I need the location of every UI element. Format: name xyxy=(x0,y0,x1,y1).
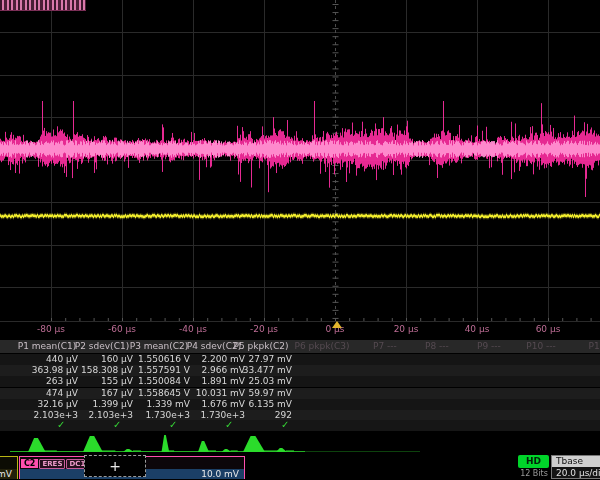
time-axis-label: -100 µs xyxy=(0,324,4,334)
add-trace-button[interactable]: + xyxy=(84,455,146,477)
measurement-row: 32.16 µV1.399 µV1.339 mV1.676 mV6.135 mV xyxy=(0,399,600,411)
timebase-title: Tbase xyxy=(552,456,600,467)
time-axis-label: 40 µs xyxy=(447,324,507,334)
c1-scale-value: 10.0 mV xyxy=(0,469,17,479)
time-axis-label: 60 µs xyxy=(518,324,578,334)
histogram-trace[interactable] xyxy=(0,428,600,456)
measurement-row: 474 µV167 µV1.558645 V10.031 mV59.97 mV xyxy=(0,388,600,400)
time-axis-label: -80 µs xyxy=(21,324,81,334)
measurement-value: 33.477 mV xyxy=(218,365,292,376)
measurement-value: 59.97 mV xyxy=(218,388,292,399)
measurement-row: 363.98 µV158.308 µV1.557591 V2.966 mV33.… xyxy=(0,365,600,377)
plus-icon: + xyxy=(109,458,121,474)
c2-eres-badge: ERES xyxy=(39,459,65,469)
waveform-grid[interactable] xyxy=(0,0,600,323)
time-axis-label: -20 µs xyxy=(234,324,294,334)
time-axis: -100 µs-80 µs-60 µs-40 µs-20 µs0 µs20 µs… xyxy=(0,322,600,339)
c2-label: C2 xyxy=(21,459,38,468)
time-axis-label: -60 µs xyxy=(92,324,152,334)
oscilloscope-screen: -100 µs-80 µs-60 µs-40 µs-20 µs0 µs20 µs… xyxy=(0,0,600,480)
measurement-header-empty[interactable]: P6 pkpk(C3) xyxy=(290,341,354,352)
time-axis-label: 20 µs xyxy=(376,324,436,334)
measurement-value: 27.97 mV xyxy=(218,354,292,365)
measurement-header-row: P1 mean(C1)P2 sdev(C1)P3 mean(C2)P4 sdev… xyxy=(0,340,600,354)
time-axis-label: -40 µs xyxy=(163,324,223,334)
measurement-header-empty[interactable]: P10 --- xyxy=(509,341,573,352)
hd-mode-badge[interactable]: HD xyxy=(518,455,549,468)
measurement-header-empty[interactable]: P11 xyxy=(565,341,600,352)
measurement-value: 25.03 mV xyxy=(218,376,292,387)
measurement-value: 6.135 mV xyxy=(218,399,292,410)
measurement-header[interactable]: P5 pkpk(C2) xyxy=(228,341,294,352)
trigger-delay-marker[interactable] xyxy=(332,321,342,328)
channel-descriptor-c1[interactable]: C1 DC1M 10.0 mV xyxy=(0,456,18,479)
measurement-row: 263 µV155 µV1.550084 V1.891 mV25.03 mV xyxy=(0,376,600,388)
top-left-badge[interactable] xyxy=(0,0,86,11)
hd-bits-label: 12 Bits xyxy=(512,469,556,478)
measurement-row: 440 µV160 µV1.550616 V2.200 mV27.97 mV xyxy=(0,354,600,366)
timebase-descriptor[interactable]: Tbase 20.0 µs/div xyxy=(551,455,600,479)
timebase-value: 20.0 µs/div xyxy=(552,467,600,478)
